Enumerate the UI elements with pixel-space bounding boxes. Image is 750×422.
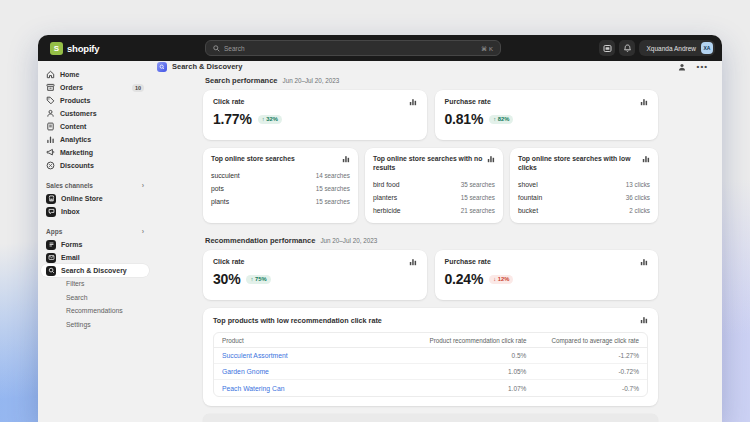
metric-value: 0.24%: [445, 271, 484, 287]
search-shortcut: ⌘ K: [481, 45, 493, 52]
shopify-logo[interactable]: S shopify: [50, 42, 99, 55]
inbox-icon: [46, 207, 56, 217]
change-badge: ↑ 75%: [246, 275, 270, 284]
list-item: fountain36 clicks: [518, 191, 650, 204]
more-actions-icon[interactable]: •••: [697, 63, 708, 71]
avatar: XA: [701, 42, 713, 54]
sidebar-item-online-store[interactable]: Online Store: [41, 192, 149, 205]
bar-chart-icon[interactable]: [487, 155, 495, 163]
orders-count-badge: 10: [132, 84, 144, 92]
shopify-wordmark: shopify: [67, 43, 99, 54]
sidebar-item-analytics[interactable]: Analytics: [41, 133, 149, 146]
bar-chart-icon[interactable]: [640, 258, 648, 266]
recommendation-performance-header: Recommendation performance Jun 20–Jul 20…: [205, 236, 658, 245]
notifications-button[interactable]: [619, 40, 635, 56]
rec-click-rate-card: Click rate 30% ↑ 75%: [203, 250, 427, 300]
list-item: pots15 searches: [211, 182, 350, 195]
chevron-right-icon: ›: [142, 182, 144, 189]
change-badge: ↑ 82%: [489, 115, 513, 124]
sidebar-item-forms[interactable]: Forms: [41, 238, 149, 251]
bar-chart-icon[interactable]: [642, 155, 650, 163]
sidebar-section-apps[interactable]: Apps ›: [41, 225, 149, 238]
list-item: bucket2 clicks: [518, 204, 650, 217]
store-preview-button[interactable]: [599, 40, 615, 56]
sidebar-item-content[interactable]: Content: [41, 120, 149, 133]
sidebar-subitem-recommendations[interactable]: Recommendations: [41, 304, 149, 318]
sidebar-item-inbox[interactable]: Inbox: [41, 205, 149, 218]
sidebar-subitem-search[interactable]: Search: [41, 291, 149, 305]
table-header-row: Product Product recommendation click rat…: [214, 333, 647, 348]
customers-icon: [46, 109, 55, 118]
section-title: Recommendation performance: [205, 236, 315, 245]
top-bar: S shopify ⌘ K Xquanda Andrew XA: [38, 35, 722, 61]
user-name: Xquanda Andrew: [646, 45, 696, 52]
list-item: planters15 searches: [373, 191, 495, 204]
low-click-rate-table-card: Top products with low recommendation cli…: [203, 308, 658, 406]
page-title: Search & Discovery: [172, 62, 242, 71]
list-item: succulent14 searches: [211, 169, 350, 182]
table-row: Succulent Assortment 0.5% -1.27%: [214, 348, 647, 364]
low-clicks-searches-card: Top online store searches with low click…: [510, 148, 658, 223]
list-item: plants15 searches: [211, 195, 350, 208]
content-icon: [46, 122, 55, 131]
marketing-icon: [46, 148, 55, 157]
product-link[interactable]: Succulent Assortment: [222, 352, 389, 359]
page-header: Search & Discovery •••: [152, 61, 722, 72]
email-app-icon: [46, 253, 56, 263]
bar-chart-icon[interactable]: [342, 155, 350, 163]
top-searches-cards: Top online store searches succulent14 se…: [203, 148, 658, 223]
search-metric-cards: Click rate 1.77% ↑ 32% Purchase rate: [203, 90, 658, 140]
online-store-icon: [46, 194, 56, 204]
date-range: Jun 20–Jul 20, 2023: [320, 237, 377, 244]
discounts-icon: [46, 161, 55, 170]
table-row: Garden Gnome 1.05% -0.72%: [214, 364, 647, 380]
user-menu[interactable]: Xquanda Andrew XA: [639, 40, 715, 56]
purchase-rate-card: Purchase rate 0.81% ↑ 82%: [435, 90, 659, 140]
list-item: bird food35 searches: [373, 178, 495, 191]
bar-chart-icon[interactable]: [409, 98, 417, 106]
sidebar: Home Orders 10 Products Customers Conten…: [38, 61, 152, 422]
sidebar-subitem-settings[interactable]: Settings: [41, 318, 149, 332]
metric-value: 0.81%: [445, 111, 484, 127]
rec-purchase-rate-card: Purchase rate 0.24% ↓ 12%: [435, 250, 659, 300]
topbar-actions: Xquanda Andrew XA: [599, 40, 715, 56]
sidebar-item-marketing[interactable]: Marketing: [41, 146, 149, 159]
global-search[interactable]: ⌘ K: [205, 40, 501, 56]
bar-chart-icon[interactable]: [640, 98, 648, 106]
product-link[interactable]: Garden Gnome: [222, 368, 389, 375]
product-link[interactable]: Peach Watering Can: [222, 385, 389, 392]
analytics-icon: [46, 135, 55, 144]
shopify-admin-window: S shopify ⌘ K Xquanda Andrew XA: [38, 35, 722, 422]
search-discovery-app-icon: [46, 266, 56, 276]
next-card-edge: [203, 414, 658, 422]
search-discovery-page-icon: [157, 62, 167, 72]
click-rate-card: Click rate 1.77% ↑ 32%: [203, 90, 427, 140]
products-icon: [46, 96, 55, 105]
sidebar-item-products[interactable]: Products: [41, 94, 149, 107]
bar-chart-icon[interactable]: [409, 258, 417, 266]
recommendation-metric-cards: Click rate 30% ↑ 75% Purchase rate: [203, 250, 658, 300]
list-item: herbicide21 searches: [373, 204, 495, 217]
sidebar-subitem-filters[interactable]: Filters: [41, 277, 149, 291]
bell-icon: [623, 44, 632, 53]
sidebar-item-search-discovery[interactable]: Search & Discovery: [41, 264, 149, 277]
change-badge: ↑ 32%: [258, 115, 282, 124]
forms-app-icon: [46, 240, 56, 250]
list-item: shovel13 clicks: [518, 178, 650, 191]
search-input[interactable]: [224, 45, 477, 52]
sidebar-item-discounts[interactable]: Discounts: [41, 159, 149, 172]
account-icon[interactable]: [678, 63, 686, 71]
sidebar-section-sales-channels[interactable]: Sales channels ›: [41, 179, 149, 192]
bar-chart-icon[interactable]: [640, 316, 648, 324]
main-area: Search & Discovery ••• Search performanc…: [152, 61, 722, 422]
sidebar-item-email[interactable]: Email: [41, 251, 149, 264]
sidebar-item-orders[interactable]: Orders 10: [41, 81, 149, 94]
change-badge: ↓ 12%: [489, 275, 513, 284]
chevron-right-icon: ›: [142, 228, 144, 235]
sidebar-item-home[interactable]: Home: [41, 68, 149, 81]
no-results-searches-card: Top online store searches with no result…: [365, 148, 503, 223]
metric-value: 1.77%: [213, 111, 252, 127]
sidebar-item-customers[interactable]: Customers: [41, 107, 149, 120]
store-preview-icon: [603, 44, 612, 53]
page-content: Search performance Jun 20–Jul 20, 2023 C…: [203, 76, 658, 422]
